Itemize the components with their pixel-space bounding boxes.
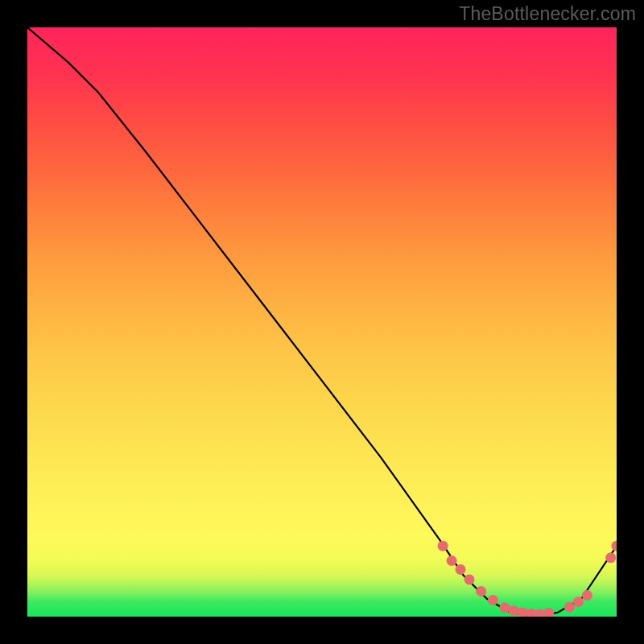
highlight-dot	[476, 586, 486, 597]
curve-svg	[27, 27, 617, 617]
highlight-dot	[464, 574, 475, 584]
highlight-dot	[438, 541, 448, 551]
highlight-dot	[499, 603, 510, 613]
highlight-dot	[543, 608, 554, 617]
highlight-dot	[612, 541, 617, 551]
highlight-dot	[605, 552, 616, 563]
highlight-dot	[488, 595, 498, 605]
bottleneck-curve	[27, 27, 617, 617]
highlight-dots	[438, 541, 617, 617]
highlight-dot	[508, 605, 518, 616]
highlight-dot	[564, 602, 575, 613]
highlight-dot	[517, 607, 527, 617]
chart-frame: TheBottlenecker.com	[0, 0, 644, 644]
highlight-dot	[447, 555, 457, 566]
highlight-dot	[456, 564, 466, 575]
highlight-dot	[582, 590, 592, 601]
plot-area	[27, 27, 617, 617]
highlight-dot	[573, 597, 584, 607]
watermark-text: TheBottlenecker.com	[459, 3, 636, 25]
